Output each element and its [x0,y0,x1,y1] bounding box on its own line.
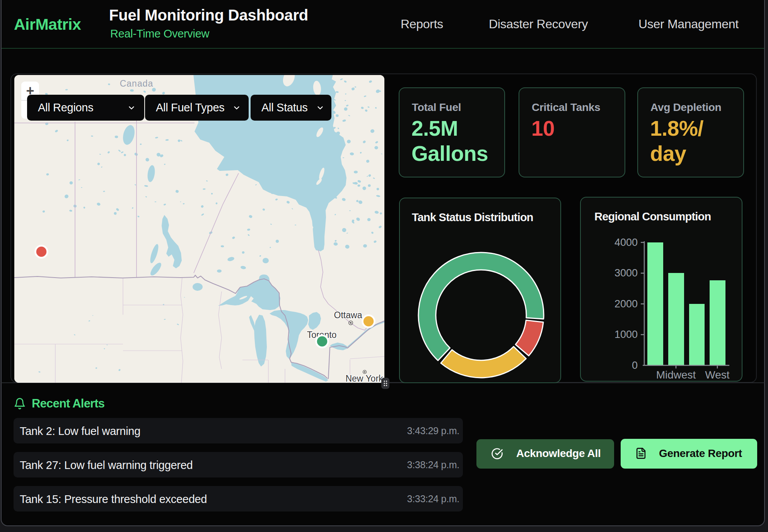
svg-text:Ottawa: Ottawa [334,310,362,320]
svg-text:West: West [705,369,729,381]
svg-text:Midwest: Midwest [656,369,696,381]
svg-text:3000: 3000 [614,267,638,279]
svg-text:0: 0 [632,360,638,371]
svg-text:New York: New York [345,373,383,383]
svg-text:2000: 2000 [614,298,638,310]
svg-text:1000: 1000 [614,329,638,340]
svg-text:Canada: Canada [120,78,154,89]
svg-text:4000: 4000 [614,237,638,248]
